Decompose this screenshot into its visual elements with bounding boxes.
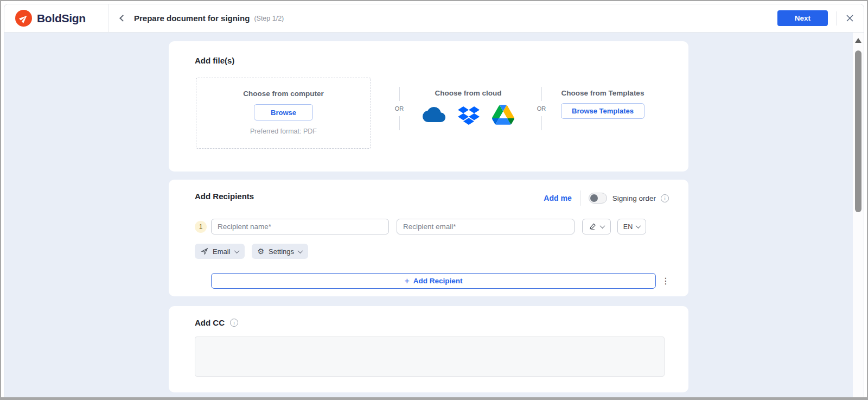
onedrive-icon[interactable] (423, 107, 445, 122)
browse-templates-button[interactable]: Browse Templates (561, 103, 644, 119)
signer-role-dropdown[interactable] (582, 219, 611, 234)
recipient-name-input[interactable] (211, 219, 389, 234)
recipient-options: Email ⚙ Settings (195, 244, 308, 259)
signing-order-label: Signing order (612, 194, 656, 202)
cloud-group: Choose from cloud (407, 89, 529, 125)
brand-name: BoldSign (37, 12, 86, 25)
chevron-down-icon (234, 248, 239, 253)
header-actions: Next (777, 4, 864, 32)
add-recipients-card: Add Recipients Add me Signing order i 1 (169, 180, 688, 296)
or-label: OR (537, 105, 546, 112)
google-drive-icon[interactable] (492, 105, 514, 125)
upload-dropzone[interactable]: Choose from computer Browse Preferred fo… (196, 78, 371, 149)
choose-cloud-label: Choose from cloud (407, 89, 529, 97)
boldsign-logo-icon (15, 10, 32, 27)
recipient-email-input[interactable] (397, 219, 575, 234)
title-area: Prepare document for signing (Step 1/2) (108, 4, 777, 32)
scrollbar-thumb[interactable] (855, 50, 861, 212)
content-area: Add file(s) Choose from computer Browse … (4, 33, 864, 397)
add-recipients-title: Add Recipients (195, 192, 254, 201)
header-divider (837, 11, 837, 26)
scrollbar-track[interactable] (853, 33, 864, 397)
add-files-title: Add file(s) (195, 56, 234, 65)
or-divider: OR (392, 87, 406, 130)
format-hint: Preferred format: PDF (250, 128, 317, 135)
language-code: EN (623, 223, 633, 231)
app-window: BoldSign Prepare document for signing (S… (4, 4, 864, 397)
top-bar: BoldSign Prepare document for signing (S… (4, 4, 864, 33)
add-files-card: Add file(s) Choose from computer Browse … (169, 41, 688, 172)
browse-button[interactable]: Browse (254, 104, 313, 120)
add-recipient-button[interactable]: + Add Recipient (211, 273, 656, 289)
close-icon[interactable] (846, 14, 854, 22)
plus-icon: + (404, 276, 409, 286)
delivery-mode-label: Email (213, 247, 231, 256)
gear-icon: ⚙ (258, 247, 265, 255)
or-label: OR (395, 105, 404, 112)
dropbox-icon[interactable] (458, 105, 480, 125)
templates-group: Choose from Templates Browse Templates (561, 89, 644, 119)
signing-order-toggle[interactable] (589, 193, 607, 204)
choose-computer-label: Choose from computer (243, 90, 324, 98)
step-indicator: (Step 1/2) (254, 15, 284, 22)
delivery-mode-dropdown[interactable]: Email (195, 244, 245, 259)
signing-order-info-icon[interactable]: i (661, 194, 669, 202)
language-dropdown[interactable]: EN (617, 219, 646, 234)
controls-divider (580, 191, 580, 206)
brand-area: BoldSign (4, 4, 108, 32)
kebab-menu-icon[interactable]: ⋮ (660, 273, 671, 289)
page-title: Prepare document for signing (134, 14, 250, 23)
add-cc-card: Add CC i (169, 306, 688, 392)
next-button[interactable]: Next (777, 10, 828, 26)
window-frame: BoldSign Prepare document for signing (S… (0, 0, 868, 400)
recipients-controls: Add me Signing order i (544, 191, 669, 206)
add-cc-header: Add CC i (195, 318, 238, 327)
cloud-providers (407, 104, 529, 125)
or-divider: OR (534, 87, 548, 130)
scroll-up-arrow-icon[interactable] (855, 38, 861, 43)
settings-label: Settings (269, 247, 294, 256)
chevron-down-icon (298, 248, 303, 253)
choose-templates-label: Choose from Templates (561, 89, 644, 97)
add-cc-info-icon[interactable]: i (230, 319, 238, 327)
recipient-row: 1 EN (195, 219, 646, 234)
recipient-settings-dropdown[interactable]: ⚙ Settings (252, 244, 309, 259)
add-cc-title: Add CC (195, 318, 225, 327)
add-me-link[interactable]: Add me (544, 194, 571, 202)
cc-recipients-input-area[interactable] (195, 336, 665, 377)
chevron-down-icon (600, 223, 605, 228)
recipient-order-badge: 1 (195, 221, 207, 233)
add-recipient-label: Add Recipient (413, 277, 463, 285)
chevron-down-icon (636, 223, 641, 228)
back-icon[interactable] (119, 15, 126, 22)
